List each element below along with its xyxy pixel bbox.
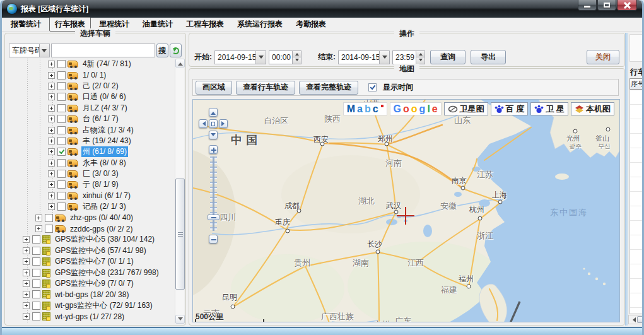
maximize-button[interactable]: [597, 0, 616, 11]
spin-up-icon[interactable]: [416, 51, 424, 57]
map-provider-google[interactable]: Google: [390, 102, 442, 115]
scrollbar-thumb[interactable]: [175, 179, 185, 290]
tree-checkbox[interactable]: [57, 137, 66, 145]
spin-down-icon[interactable]: [416, 57, 424, 64]
map-provider-satellite-map[interactable]: 卫星图: [444, 102, 488, 115]
search-input[interactable]: [51, 44, 155, 57]
tree-item[interactable]: GPS监控中心6 (57/ 41/ 98): [8, 245, 175, 256]
tree-checkbox[interactable]: [57, 170, 66, 178]
tree-item[interactable]: 1/ 0/ 1): [8, 69, 175, 80]
tree-item[interactable]: 州 (61/ 8/ 69): [8, 146, 175, 157]
tree-checkbox[interactable]: [57, 148, 66, 156]
tree-checkbox[interactable]: [57, 104, 66, 112]
expand-plus-icon[interactable]: [35, 215, 42, 221]
tree-item[interactable]: xinhui (6/ 1/ 7): [8, 191, 175, 201]
end-date-picker[interactable]: 2014-09-15: [338, 50, 390, 64]
tree-item[interactable]: wt-gps监控中心 (72/ 91/ 163): [8, 300, 175, 311]
tree-item[interactable]: wt-yd-gps (1/ 27/ 28): [8, 311, 175, 322]
expand-plus-icon[interactable]: [48, 138, 55, 144]
expand-plus-icon[interactable]: [48, 148, 55, 155]
close-window-button[interactable]: [617, 0, 637, 11]
expand-plus-icon[interactable]: [48, 192, 55, 199]
report-column-header[interactable]: 序号: [629, 78, 644, 90]
tree-checkbox[interactable]: [57, 71, 66, 79]
export-button[interactable]: 导出: [471, 50, 506, 64]
expand-plus-icon[interactable]: [23, 236, 30, 243]
tree-checkbox[interactable]: [57, 159, 66, 167]
tree-item[interactable]: 台 (6/ 1/ 7): [8, 114, 175, 124]
expand-plus-icon[interactable]: [48, 203, 55, 210]
spin-down-icon[interactable]: [293, 57, 301, 64]
tree-item[interactable]: GPS监控中心8 (231/ 767/ 998): [8, 267, 175, 278]
tree-item[interactable]: 月LZ (4/ 3/ 7): [8, 103, 175, 114]
spin-up-icon[interactable]: [293, 51, 301, 57]
expand-plus-icon[interactable]: [48, 160, 55, 167]
tree-item[interactable]: 己 (2/ 0/ 2): [8, 81, 175, 91]
tree-checkbox[interactable]: [57, 180, 66, 189]
expand-plus-icon[interactable]: [48, 83, 55, 90]
refresh-button[interactable]: [170, 44, 182, 57]
expand-plus-icon[interactable]: [48, 72, 55, 79]
tree-checkbox[interactable]: [32, 302, 40, 310]
minimize-button[interactable]: [578, 0, 597, 11]
tree-checkbox[interactable]: [32, 312, 40, 320]
tree-item[interactable]: wt-bd-gps (18/ 20/ 38): [8, 289, 175, 300]
tree-item[interactable]: 丰 (19/ 24/ 43): [8, 136, 175, 146]
tree-checkbox[interactable]: [57, 115, 66, 123]
close-button[interactable]: 关闭: [587, 50, 619, 64]
expand-plus-icon[interactable]: [48, 93, 55, 100]
search-field-combo[interactable]: 车牌号码: [9, 44, 50, 57]
draw-region-button[interactable]: 画区域: [196, 81, 232, 95]
tab[interactable]: 报警统计: [6, 18, 46, 31]
tree-item[interactable]: zhz-gps (0/ 40/ 40): [8, 212, 175, 223]
start-date-picker[interactable]: 2014-09-15: [214, 50, 266, 64]
zoom-out-button[interactable]: [209, 235, 218, 244]
tree-item[interactable]: GPS监控中心5 (38/ 104/ 142): [8, 234, 175, 245]
tree-item[interactable]: 4新 (74/ 7/ 81): [8, 59, 175, 69]
expand-plus-icon[interactable]: [48, 181, 55, 188]
titlebar[interactable]: 报表 [区域行车统计]: [2, 0, 642, 18]
pan-home-button[interactable]: [209, 119, 218, 128]
tree-item[interactable]: GPS监控中心7 (0/ 1/ 1): [8, 256, 175, 267]
tab[interactable]: 系统运行报表: [232, 18, 288, 31]
expand-plus-icon[interactable]: [23, 313, 30, 320]
map-provider-baidu[interactable]: 百 度: [491, 102, 529, 115]
scroll-down-icon[interactable]: [175, 315, 185, 324]
end-time-spinner[interactable]: 23:59: [392, 50, 425, 64]
expand-plus-icon[interactable]: [23, 291, 30, 298]
expand-plus-icon[interactable]: [23, 258, 30, 265]
query-button[interactable]: 查询: [430, 50, 465, 64]
tree-item[interactable]: 占物流 (1/ 3/ 4): [8, 124, 175, 135]
pan-up-button[interactable]: [209, 108, 218, 117]
tree-checkbox[interactable]: [57, 203, 66, 211]
tree-checkbox[interactable]: [32, 269, 40, 277]
tree-checkbox[interactable]: [57, 82, 66, 90]
scroll-up-icon[interactable]: [175, 59, 185, 68]
expand-plus-icon[interactable]: [23, 280, 30, 287]
pan-left-button[interactable]: [199, 119, 208, 128]
expand-plus-icon[interactable]: [48, 115, 55, 122]
tree-item[interactable]: GPS监控中心9 (7/ 0/ 7): [8, 278, 175, 289]
expand-plus-icon[interactable]: [23, 269, 30, 276]
tree-checkbox[interactable]: [32, 235, 40, 244]
tree-item[interactable]: 永丰 (8/ 0/ 8): [8, 158, 175, 168]
pan-right-button[interactable]: [219, 119, 228, 128]
tree-checkbox[interactable]: [57, 126, 66, 134]
zoom-in-button[interactable]: [209, 145, 218, 154]
tab[interactable]: 考勤报表: [291, 18, 331, 31]
expand-plus-icon[interactable]: [23, 247, 30, 254]
expand-plus-icon[interactable]: [48, 61, 55, 68]
search-button[interactable]: 搜: [156, 44, 168, 57]
tab[interactable]: 油量统计: [138, 18, 178, 31]
show-time-checkbox[interactable]: [368, 83, 377, 91]
tree-checkbox[interactable]: [57, 192, 66, 200]
pan-down-button[interactable]: [209, 131, 218, 139]
map-provider-local-map[interactable]: 本机图: [571, 102, 614, 115]
tree-scrollbar[interactable]: [175, 59, 184, 324]
expand-plus-icon[interactable]: [48, 127, 55, 134]
tree-checkbox[interactable]: [57, 93, 66, 101]
chevron-down-icon[interactable]: [255, 51, 266, 64]
tree-item[interactable]: 匚 (3/ 0/ 3): [8, 168, 175, 179]
map-viewport[interactable]: 自治区山西山东陕西西安郑州河南中国四川成都重庆湖北武汉安徽南京江苏上海杭州浙江湖…: [192, 99, 620, 322]
chevron-down-icon[interactable]: [39, 44, 49, 57]
